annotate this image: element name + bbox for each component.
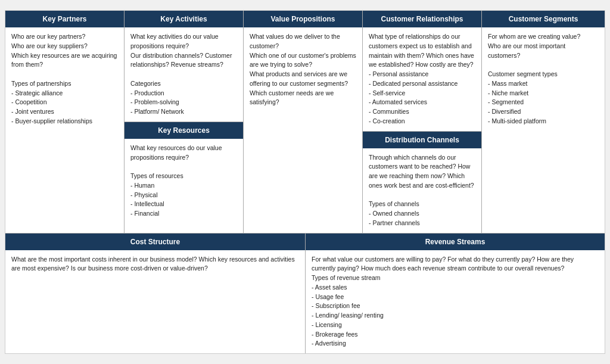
customer-relationships-section: Customer Relationships What type of rela… <box>363 11 481 131</box>
key-activities-header: Key Activities <box>125 11 243 27</box>
customer-segments-body: For whom are we creating value? Who are … <box>482 27 605 131</box>
revenue-streams-body: For what value our customers are willing… <box>306 250 605 354</box>
customer-segments-header: Customer Segments <box>482 11 605 27</box>
business-model-canvas: Key Partners Who are our key partners? W… <box>5 10 605 354</box>
top-section: Key Partners Who are our key partners? W… <box>5 11 605 234</box>
key-resources-body: What key resources do our value proposit… <box>125 139 243 233</box>
value-propositions-column: Value Propositions What values do we del… <box>244 11 363 233</box>
distribution-channels-section: Distribution Channels Through which chan… <box>363 131 481 233</box>
cost-structure-header: Cost Structure <box>5 234 305 250</box>
key-activities-resources-column: Key Activities What key activities do ou… <box>125 11 244 233</box>
customer-relationships-body: What type of relationships do our custom… <box>363 27 481 131</box>
key-partners-body: Who are our key partners? Who are our ke… <box>5 27 124 131</box>
value-propositions-header: Value Propositions <box>244 11 362 27</box>
distribution-channels-body: Through which channels do our customers … <box>363 148 481 233</box>
key-activities-section: Key Activities What key activities do ou… <box>125 11 243 122</box>
customer-segments-column: Customer Segments For whom are we creati… <box>482 11 605 233</box>
distribution-channels-header: Distribution Channels <box>363 132 481 148</box>
key-resources-header: Key Resources <box>125 122 243 139</box>
bottom-section: Cost Structure What are the most importa… <box>5 234 605 354</box>
value-propositions-body: What values do we deliver to the custome… <box>244 27 362 112</box>
revenue-streams-column: Revenue Streams For what value our custo… <box>306 234 605 354</box>
key-resources-section: Key Resources What key resources do our … <box>125 122 243 233</box>
customer-relationships-header: Customer Relationships <box>363 11 481 27</box>
key-partners-header: Key Partners <box>5 11 124 27</box>
key-partners-column: Key Partners Who are our key partners? W… <box>5 11 125 233</box>
key-activities-body: What key activities do our value proposi… <box>125 27 243 122</box>
cost-structure-body: What are the most important costs inhere… <box>5 250 305 279</box>
cr-dc-column: Customer Relationships What type of rela… <box>363 11 482 233</box>
revenue-streams-header: Revenue Streams <box>306 234 605 250</box>
cost-structure-column: Cost Structure What are the most importa… <box>5 234 306 354</box>
